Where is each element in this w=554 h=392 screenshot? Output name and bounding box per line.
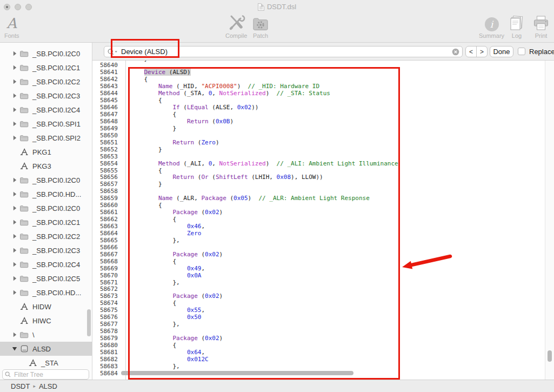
vertical-scrollbar-thumb[interactable] xyxy=(548,350,552,362)
tree-item-sb-pci0-i2c4[interactable]: _SB.PCI0.I2C4 xyxy=(0,257,92,271)
disclosure-collapsed-icon[interactable] xyxy=(11,220,18,225)
breadcrumb-current[interactable]: ALSD xyxy=(39,382,57,390)
patch-icon xyxy=(252,13,269,31)
tree-item-hiwc[interactable]: HIWC xyxy=(0,314,92,328)
tree-item-label: _SB.PCI0.HD... xyxy=(32,190,81,198)
code-line[interactable]: 58649 } xyxy=(92,125,545,132)
line-number: 58679 xyxy=(92,335,125,342)
tree-item-sta[interactable]: _STA xyxy=(0,356,92,370)
code-line[interactable]: 58683 }, xyxy=(92,363,545,370)
disclosure-collapsed-icon[interactable] xyxy=(11,65,18,70)
tree-item-pkg3[interactable]: PKG3 xyxy=(0,159,92,173)
disclosure-collapsed-icon[interactable] xyxy=(11,248,18,253)
filter-search-icon xyxy=(5,371,11,377)
code-line[interactable]: 58641 Device (ALSD) xyxy=(92,69,545,76)
code-line[interactable]: 58652 } xyxy=(92,147,545,154)
toolbar-item-patch[interactable]: Patch xyxy=(252,13,269,39)
tree-item-label: _SB.PCI0.I2C3 xyxy=(32,247,80,255)
tree-item-sb-pci0-spi2[interactable]: _SB.PCI0.SPI2 xyxy=(0,131,92,145)
filter-tree-input[interactable] xyxy=(13,370,86,379)
tree-item-sb-pci0-i2c2[interactable]: _SB.PCI0.I2C2 xyxy=(0,229,92,243)
find-search-field[interactable] xyxy=(104,46,463,57)
tree-item-sb-pci0-i2c3[interactable]: _SB.PCI0.I2C3 xyxy=(0,89,92,103)
folder-icon xyxy=(19,205,29,212)
find-next-button[interactable]: > xyxy=(477,46,487,57)
vertical-scrollbar-track[interactable] xyxy=(545,61,554,380)
folder-icon xyxy=(19,107,29,114)
disclosure-collapsed-icon[interactable] xyxy=(11,93,18,98)
tree-item-sb-pci0-i2c0[interactable]: _SB.PCI0.I2C0 xyxy=(0,46,92,61)
sidebar-scrollbar-thumb[interactable] xyxy=(87,309,91,336)
tree-item-sb-pci0-i2c1[interactable]: _SB.PCI0.I2C1 xyxy=(0,61,92,75)
tree-item-label: PKG3 xyxy=(32,162,51,170)
horizontal-scrollbar-thumb[interactable] xyxy=(121,371,353,375)
folder-icon xyxy=(19,135,29,142)
disclosure-collapsed-icon[interactable] xyxy=(11,107,18,112)
code-text xyxy=(125,328,130,335)
toolbar-item-compile[interactable]: Compile xyxy=(225,13,247,39)
disclosure-collapsed-icon[interactable] xyxy=(11,205,18,211)
disclosure-collapsed-icon[interactable] xyxy=(11,79,18,84)
disclosure-collapsed-icon[interactable] xyxy=(11,191,18,197)
find-query-input[interactable] xyxy=(120,47,450,56)
disclosure-collapsed-icon[interactable] xyxy=(11,262,18,267)
toolbar-item-summary[interactable]: i Summary xyxy=(479,13,504,39)
toolbar-item-fonts[interactable]: A Fonts xyxy=(4,13,19,39)
code-text: } xyxy=(125,181,162,188)
find-previous-button[interactable]: < xyxy=(466,46,477,57)
method-icon xyxy=(19,162,29,170)
disclosure-collapsed-icon[interactable] xyxy=(11,290,18,295)
folder-icon xyxy=(19,64,29,71)
disclosure-collapsed-icon[interactable] xyxy=(11,51,18,56)
line-number: 58665 xyxy=(92,237,125,244)
folder-icon xyxy=(19,191,29,198)
tree-item-sb-pci0-i2c2[interactable]: _SB.PCI0.I2C2 xyxy=(0,75,92,89)
replace-checkbox[interactable] xyxy=(518,48,525,55)
tree-item-sb-pci0-i2c1[interactable]: _SB.PCI0.I2C1 xyxy=(0,215,92,229)
line-number: 58684 xyxy=(92,370,125,377)
disclosure-collapsed-icon[interactable] xyxy=(11,135,18,141)
replace-label[interactable]: Replace xyxy=(529,48,554,56)
disclosure-expanded-icon[interactable] xyxy=(11,347,18,351)
tree-item-sb-pci0-i2c4[interactable]: _SB.PCI0.I2C4 xyxy=(0,103,92,117)
tree-item-hidw[interactable]: HIDW xyxy=(0,300,92,314)
disclosure-collapsed-icon[interactable] xyxy=(11,332,18,337)
tree-item-sb-pci0-i2c5[interactable]: _SB.PCI0.I2C5 xyxy=(0,271,92,285)
breadcrumb-root[interactable]: DSDT xyxy=(11,382,30,390)
tree-item-alsd[interactable]: ALSD xyxy=(0,342,92,356)
clear-search-icon[interactable] xyxy=(452,48,459,56)
folder-icon xyxy=(19,219,29,226)
line-number: 58649 xyxy=(92,125,125,132)
done-button[interactable]: Done xyxy=(490,46,513,57)
sidebar: _SB.PCI0.I2C0_SB.PCI0.I2C1_SB.PCI0.I2C2_… xyxy=(0,43,92,380)
disclosure-collapsed-icon[interactable] xyxy=(11,234,18,239)
filter-tree-field[interactable] xyxy=(2,369,89,380)
tree-item-[interactable]: \ xyxy=(0,328,92,342)
code-editor[interactable]: 58639 }5864058641 Device (ALSD)58642 {58… xyxy=(92,61,554,380)
line-number: 58667 xyxy=(92,251,125,258)
code-line[interactable]: 58671 }, xyxy=(92,280,545,287)
tree-item-pkg1[interactable]: PKG1 xyxy=(0,145,92,159)
log-icon xyxy=(509,13,525,31)
tree-item-label: _SB.PCI0.I2C0 xyxy=(32,176,80,184)
code-line[interactable]: 58677 }, xyxy=(92,321,545,328)
code-line[interactable]: 58657 } xyxy=(92,181,545,188)
code-line[interactable]: 58665 }, xyxy=(92,237,545,244)
tree-item-sb-pci0-i2c3[interactable]: _SB.PCI0.I2C3 xyxy=(0,243,92,257)
tree-item-sb-pci0-hd[interactable]: _SB.PCI0.HD... xyxy=(0,285,92,300)
disclosure-collapsed-icon[interactable] xyxy=(11,276,18,281)
tree-item-sb-pci0-spi1[interactable]: _SB.PCI0.SPI1 xyxy=(0,117,92,131)
tree-item-sb-pci0-hd[interactable]: _SB.PCI0.HD... xyxy=(0,187,92,201)
tree-item-sb-pci0-i2c0[interactable]: _SB.PCI0.I2C0 xyxy=(0,173,92,187)
fonts-label: Fonts xyxy=(4,32,19,39)
tree-item-sb-pci0-i2c0[interactable]: _SB.PCI0.I2C0 xyxy=(0,201,92,215)
disclosure-collapsed-icon[interactable] xyxy=(11,121,18,127)
tree-item-label: _SB.PCI0.I2C4 xyxy=(32,106,80,114)
summary-info-icon: i xyxy=(485,17,499,31)
code-text: Name (_ALR, Package (0x05) // _ALR: Ambi… xyxy=(125,195,370,202)
toolbar-item-print[interactable]: Print xyxy=(533,13,549,39)
toolbar-item-log[interactable]: Log xyxy=(509,13,525,39)
search-icon xyxy=(107,48,118,56)
print-icon xyxy=(533,13,549,31)
disclosure-collapsed-icon[interactable] xyxy=(11,177,18,183)
